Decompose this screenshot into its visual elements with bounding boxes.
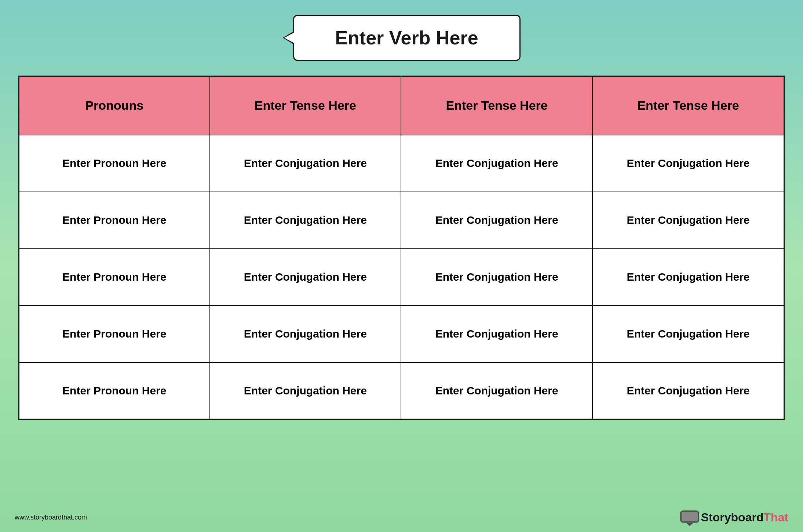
footer: www.storyboardthat.com StoryboardThat bbox=[0, 510, 803, 525]
table-header-row: Pronouns Enter Tense Here Enter Tense He… bbox=[19, 76, 784, 135]
speech-bubble-tail bbox=[283, 31, 294, 44]
logo-text: StoryboardThat bbox=[701, 511, 788, 524]
header-tense-2: Enter Tense Here bbox=[401, 76, 592, 135]
cell-conj2-2[interactable]: Enter Conjugation Here bbox=[401, 249, 592, 306]
cell-conj3-0[interactable]: Enter Conjugation Here bbox=[592, 135, 784, 192]
storyboard-logo: StoryboardThat bbox=[680, 510, 788, 525]
cell-conj3-1[interactable]: Enter Conjugation Here bbox=[592, 192, 784, 249]
cell-conj2-3[interactable]: Enter Conjugation Here bbox=[401, 306, 592, 362]
cell-pronoun-3[interactable]: Enter Pronoun Here bbox=[19, 306, 210, 362]
svg-rect-1 bbox=[682, 512, 698, 521]
cell-conj2-0[interactable]: Enter Conjugation Here bbox=[401, 135, 592, 192]
verb-box-container: Enter Verb Here bbox=[283, 15, 521, 61]
cell-conj1-0[interactable]: Enter Conjugation Here bbox=[210, 135, 401, 192]
logo-icon bbox=[680, 510, 697, 525]
verb-box[interactable]: Enter Verb Here bbox=[293, 15, 521, 61]
cell-conj1-1[interactable]: Enter Conjugation Here bbox=[210, 192, 401, 249]
header-pronouns: Pronouns bbox=[19, 76, 210, 135]
cell-conj3-3[interactable]: Enter Conjugation Here bbox=[592, 306, 784, 362]
table-row: Enter Pronoun HereEnter Conjugation Here… bbox=[19, 135, 784, 192]
cell-conj2-4[interactable]: Enter Conjugation Here bbox=[401, 362, 592, 419]
table-row: Enter Pronoun HereEnter Conjugation Here… bbox=[19, 192, 784, 249]
cell-conj1-4[interactable]: Enter Conjugation Here bbox=[210, 362, 401, 419]
cell-conj1-2[interactable]: Enter Conjugation Here bbox=[210, 249, 401, 306]
cell-conj3-2[interactable]: Enter Conjugation Here bbox=[592, 249, 784, 306]
cell-pronoun-4[interactable]: Enter Pronoun Here bbox=[19, 362, 210, 419]
cell-pronoun-0[interactable]: Enter Pronoun Here bbox=[19, 135, 210, 192]
table-row: Enter Pronoun HereEnter Conjugation Here… bbox=[19, 362, 784, 419]
logo-text-that: That bbox=[763, 511, 788, 524]
cell-pronoun-2[interactable]: Enter Pronoun Here bbox=[19, 249, 210, 306]
table-row: Enter Pronoun HereEnter Conjugation Here… bbox=[19, 306, 784, 362]
cell-pronoun-1[interactable]: Enter Pronoun Here bbox=[19, 192, 210, 249]
logo-text-storyboard: Storyboard bbox=[701, 511, 764, 524]
verb-box-title: Enter Verb Here bbox=[335, 27, 478, 48]
conjugation-table: Pronouns Enter Tense Here Enter Tense He… bbox=[18, 76, 785, 420]
header-tense-1: Enter Tense Here bbox=[210, 76, 401, 135]
footer-url: www.storyboardthat.com bbox=[15, 514, 87, 521]
cell-conj3-4[interactable]: Enter Conjugation Here bbox=[592, 362, 784, 419]
header-tense-3: Enter Tense Here bbox=[592, 76, 784, 135]
table-row: Enter Pronoun HereEnter Conjugation Here… bbox=[19, 249, 784, 306]
svg-marker-2 bbox=[686, 523, 693, 526]
cell-conj1-3[interactable]: Enter Conjugation Here bbox=[210, 306, 401, 362]
cell-conj2-1[interactable]: Enter Conjugation Here bbox=[401, 192, 592, 249]
